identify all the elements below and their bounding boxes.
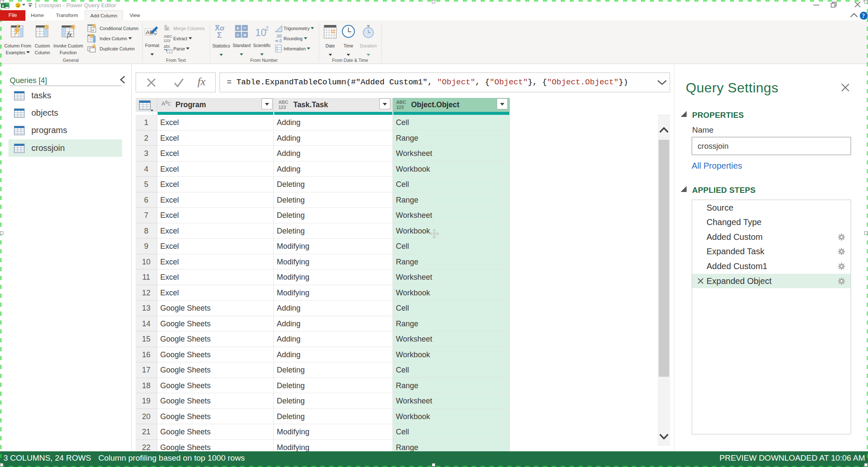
svg-text:?: ?: [862, 13, 865, 19]
svg-text:≠: ≠: [92, 28, 95, 32]
svg-text:2: 2: [265, 25, 269, 32]
svg-text:Σ: Σ: [217, 31, 222, 39]
svg-text:fx: fx: [67, 31, 72, 39]
svg-text:X: X: [2, 4, 4, 8]
svg-text:3: 3: [93, 41, 95, 44]
svg-text:abc: abc: [164, 44, 170, 49]
svg-text:×: ×: [243, 32, 247, 38]
svg-text:÷: ÷: [236, 32, 239, 38]
svg-text:.00: .00: [276, 34, 282, 39]
svg-text:+: +: [236, 25, 240, 31]
svg-text:10: 10: [255, 27, 267, 38]
svg-text:➔.0: ➔.0: [275, 39, 282, 43]
svg-text:−: −: [243, 25, 247, 31]
svg-text:123: 123: [164, 38, 170, 43]
